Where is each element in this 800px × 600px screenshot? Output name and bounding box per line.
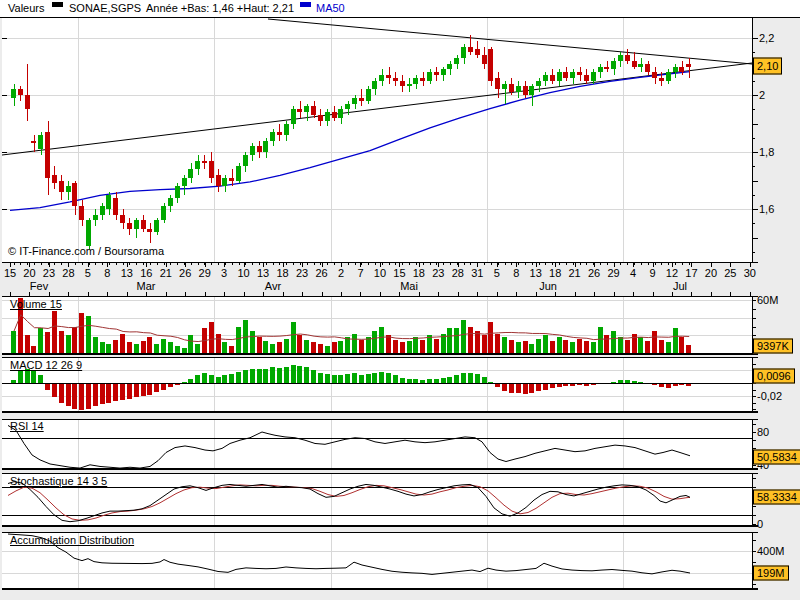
macd-bar: [291, 365, 296, 383]
macd-bar: [523, 383, 528, 394]
candle: [318, 115, 323, 121]
macd-bar: [100, 383, 105, 404]
day-tick-label: 15: [4, 267, 16, 279]
candle: [652, 72, 657, 78]
volume-bar: [488, 322, 493, 353]
volume-bar: [59, 331, 64, 353]
day-tick-label: 2: [338, 267, 344, 279]
candle: [366, 89, 371, 100]
macd-bar: [482, 377, 487, 384]
panel-bottom-border: [2, 353, 758, 355]
price-axis-label: 2: [759, 89, 765, 101]
candle: [345, 104, 350, 110]
candle: [420, 78, 425, 81]
symbol-swatch-icon: [52, 2, 63, 7]
volume-bar: [52, 311, 57, 353]
volume-bar: [509, 340, 514, 353]
candle: [38, 135, 43, 149]
candle: [632, 61, 637, 67]
day-tick-label: 13: [530, 267, 542, 279]
macd-bar: [488, 382, 493, 383]
volume-bar: [673, 328, 678, 353]
volume-bar: [311, 342, 316, 353]
macd-bar: [509, 383, 514, 393]
candle: [618, 55, 623, 61]
volume-bar: [372, 331, 377, 353]
volume-bar: [407, 341, 412, 353]
day-tick-label: 29: [607, 267, 619, 279]
volume-bar: [222, 342, 227, 353]
macd-bar: [284, 367, 289, 383]
day-tick-label: 10: [238, 267, 250, 279]
day-tick-label: 28: [452, 267, 464, 279]
candle: [222, 178, 227, 187]
candle: [86, 220, 91, 246]
volume-bar: [168, 342, 173, 353]
candle: [304, 106, 309, 112]
chart-header: Valeurs SONAE,SGPS Année +Bas: 1,46 +Hau…: [0, 0, 800, 18]
macd-bar: [270, 367, 275, 383]
candle: [386, 75, 391, 78]
macd-bar: [536, 383, 541, 391]
candle: [523, 86, 528, 95]
macd-bar: [379, 372, 384, 383]
volume-bar: [120, 334, 125, 353]
day-tick-label: 26: [179, 267, 191, 279]
stock-chart-page: { "header": { "series_label": "Valeurs",…: [0, 0, 800, 600]
candle: [359, 98, 364, 101]
candle: [393, 78, 398, 81]
candle: [673, 67, 678, 73]
candle: [45, 132, 50, 178]
macd-badge: 0,0096: [753, 369, 795, 384]
candle: [127, 223, 132, 229]
chart-canvas[interactable]: [0, 0, 800, 600]
macd-bar: [147, 383, 152, 395]
macd-bar: [475, 374, 480, 383]
candle: [584, 75, 589, 81]
candle: [509, 84, 514, 93]
ad-badge: 199M: [753, 566, 789, 581]
day-tick-label: 23: [432, 267, 444, 279]
volume-bar: [652, 331, 657, 353]
candle: [372, 81, 377, 90]
volume-bar: [216, 334, 221, 353]
volume-bar: [11, 331, 16, 353]
ad-panel-title: Accumulation Distribution: [10, 534, 134, 546]
macd-bar: [106, 383, 111, 403]
price-axis-label: 1,8: [759, 146, 774, 158]
day-tick-label: 18: [413, 267, 425, 279]
candle: [72, 183, 77, 206]
macd-bar: [434, 379, 439, 383]
day-tick-label: 29: [199, 267, 211, 279]
candle: [427, 72, 432, 81]
candle: [168, 198, 173, 207]
volume-bar: [270, 344, 275, 353]
volume-bar: [686, 345, 691, 353]
candle: [454, 58, 459, 64]
volume-bar: [632, 334, 637, 353]
volume-bar: [250, 331, 255, 353]
volume-bar: [461, 320, 466, 353]
candle: [482, 55, 487, 64]
volume-bar: [563, 340, 568, 353]
volume-bar: [93, 337, 98, 353]
volume-bar: [263, 341, 268, 353]
candle: [250, 146, 255, 155]
volume-bar: [386, 335, 391, 353]
candle: [236, 166, 241, 180]
macd-bar: [257, 369, 262, 383]
month-label: Jul: [673, 280, 687, 292]
volume-bar: [284, 339, 289, 353]
macd-bar: [277, 368, 282, 383]
volume-bar: [427, 335, 432, 353]
volume-bar: [332, 342, 337, 353]
volume-bar: [468, 327, 473, 353]
volume-bar: [291, 322, 296, 353]
candle: [216, 175, 221, 186]
candle: [529, 86, 534, 95]
volume-bar: [543, 335, 548, 353]
macd-bar: [400, 378, 405, 383]
series-label: Valeurs: [8, 2, 44, 14]
volume-bar: [325, 346, 330, 353]
candle: [113, 198, 118, 215]
